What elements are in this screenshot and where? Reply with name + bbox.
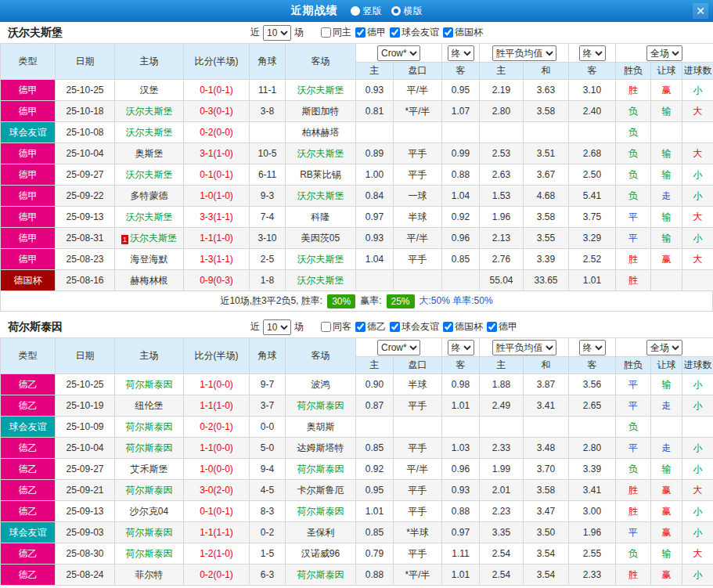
team-name-link[interactable]: 沃尔夫斯堡: [126, 106, 173, 117]
team-name-link[interactable]: 多特蒙德: [131, 190, 168, 201]
cell-ah: 0.84: [356, 186, 394, 207]
filter-checkbox[interactable]: 德国杯: [443, 26, 483, 39]
cell-ed: 3.70: [524, 459, 569, 480]
europe-avg-select[interactable]: 胜平负均值: [492, 340, 556, 355]
team-name-link[interactable]: 海登海默: [131, 254, 168, 265]
filter-checkbox-input[interactable]: [443, 27, 453, 38]
team-name-link[interactable]: 荷尔斯泰因: [126, 485, 173, 496]
cell-res: 负: [616, 417, 651, 438]
cell-aa: 1.03: [442, 438, 480, 459]
filter-checkbox[interactable]: 球会友谊: [390, 320, 439, 334]
filter-checkbox-input[interactable]: [487, 322, 497, 332]
team-name-link[interactable]: 沃尔夫斯堡: [297, 148, 344, 159]
asian-time-select[interactable]: 终: [448, 340, 474, 355]
team-name-link[interactable]: 沙尔克04: [130, 506, 168, 517]
competition-filters: 同客德乙球会友谊德国杯德甲: [321, 320, 521, 334]
team-name-link[interactable]: 沃尔夫斯堡: [126, 211, 173, 222]
cell-ed: 3.55: [524, 228, 569, 249]
cell-hres: 输: [651, 543, 682, 565]
team-name-link[interactable]: 科隆: [311, 211, 330, 222]
team-name-link[interactable]: 荷尔斯泰因: [297, 464, 344, 474]
team-name-link[interactable]: 沃尔夫斯堡: [297, 275, 344, 286]
team-name-link[interactable]: 奥斯堡: [135, 148, 164, 159]
team-name-link[interactable]: 波鸿: [311, 379, 330, 390]
cell-aa: 0.93: [442, 480, 480, 501]
cell-ed: 3.67: [524, 164, 569, 186]
cell-res: 负: [616, 543, 651, 565]
europe-avg-select[interactable]: 胜平负均值: [492, 45, 556, 61]
cell-goals: 小: [682, 186, 713, 207]
orientation-radio-vertical[interactable]: 竖版: [351, 5, 382, 18]
match-count-select[interactable]: 10: [263, 319, 291, 335]
team-name-link[interactable]: 荷尔斯泰因: [126, 527, 173, 538]
filter-checkbox[interactable]: 同客: [321, 320, 351, 334]
cell-handicap: 平手: [394, 501, 442, 522]
team-name-link[interactable]: 荷尔斯泰因: [126, 421, 173, 432]
team-name-link[interactable]: 荷尔斯泰因: [297, 400, 344, 411]
team-name-link[interactable]: 柏林赫塔: [302, 127, 340, 138]
team-name-link[interactable]: 艾禾斯堡: [131, 464, 168, 474]
scope-select[interactable]: 全场: [646, 45, 682, 61]
cell-handicap: [394, 122, 442, 143]
team-name-link[interactable]: 奥胡斯: [307, 421, 335, 432]
bookmaker-select[interactable]: Crow*: [377, 340, 420, 355]
team-name-link[interactable]: 达姆斯塔特: [297, 442, 344, 453]
filter-checkbox-input[interactable]: [321, 27, 331, 38]
team-name-link[interactable]: 圣保利: [307, 527, 335, 538]
filter-checkbox-input[interactable]: [443, 322, 453, 332]
team-name-link[interactable]: RB莱比锡: [300, 169, 341, 180]
cell-corner: 11-1: [250, 80, 286, 101]
europe-time-select[interactable]: 终: [579, 340, 606, 355]
team-name-link[interactable]: 斯图加特: [302, 106, 340, 117]
team-name-link[interactable]: 沃尔夫斯堡: [297, 85, 344, 96]
team-name-link[interactable]: 荷尔斯泰因: [297, 506, 344, 517]
cell-ed: 3.54: [524, 565, 569, 586]
filter-checkbox[interactable]: 同主: [321, 26, 351, 39]
team-name-link[interactable]: 荷尔斯泰因: [126, 442, 173, 453]
filter-checkbox-input[interactable]: [321, 322, 331, 332]
cell-corner: 2-5: [250, 249, 286, 270]
team-name-link[interactable]: 美因茨05: [301, 233, 340, 243]
bookmaker-select[interactable]: Crow*: [377, 45, 420, 61]
filter-checkbox[interactable]: 德国杯: [443, 320, 483, 334]
cell-aa: 0.98: [442, 374, 480, 395]
scope-select[interactable]: 全场: [646, 340, 682, 355]
europe-time-select[interactable]: 终: [579, 45, 606, 61]
cell-ah: 0.93: [356, 80, 394, 101]
filter-checkbox-input[interactable]: [355, 322, 366, 332]
team-name-link[interactable]: 赫梅林根: [131, 275, 168, 286]
cell-handicap: 平/半: [394, 80, 442, 101]
filter-checkbox[interactable]: 球会友谊: [390, 26, 439, 39]
team-name-link[interactable]: 沃尔夫斯堡: [126, 127, 173, 138]
filter-checkbox-input[interactable]: [390, 27, 400, 38]
cell-eh: 1.88: [480, 374, 524, 395]
match-count-select[interactable]: 10: [263, 25, 291, 41]
team-name-link[interactable]: 荷尔斯泰因: [297, 569, 344, 580]
cell-ea: 2.55: [569, 543, 616, 565]
team-name-link[interactable]: 沃尔夫斯堡: [130, 233, 177, 243]
filter-checkbox-input[interactable]: [355, 27, 366, 38]
team-name-link[interactable]: 荷尔斯泰因: [126, 379, 173, 390]
cell-res: 平: [616, 395, 651, 417]
asian-time-select[interactable]: 终: [448, 45, 474, 61]
filter-checkbox[interactable]: 德乙: [355, 320, 386, 334]
cell-hres: 赢: [651, 501, 682, 522]
filter-checkbox[interactable]: 德甲: [487, 320, 517, 334]
cell-res: 胜: [616, 80, 651, 101]
team-name-link[interactable]: 荷尔斯泰因: [126, 548, 173, 559]
team-name-link[interactable]: 沃尔夫斯堡: [126, 169, 173, 180]
team-name-link[interactable]: 卡尔斯鲁厄: [297, 485, 344, 496]
cell-aa: 0.96: [442, 228, 480, 249]
orientation-radio-horizontal[interactable]: 横版: [391, 5, 423, 18]
team-name-link[interactable]: 沃尔夫斯堡: [297, 190, 344, 201]
team-name-link[interactable]: 汉堡: [140, 85, 159, 96]
team-name-link[interactable]: 菲尔特: [135, 569, 164, 580]
team-name-link[interactable]: 汉诺威96: [301, 548, 340, 559]
filter-checkbox-input[interactable]: [390, 322, 400, 332]
cell-home: 荷尔斯泰因: [115, 522, 184, 543]
col-header-score: 比分(半场): [184, 338, 250, 374]
team-name-link[interactable]: 纽伦堡: [135, 400, 164, 411]
team-name-link[interactable]: 沃尔夫斯堡: [297, 254, 344, 265]
close-icon[interactable]: ✕: [693, 3, 708, 19]
filter-checkbox[interactable]: 德甲: [355, 26, 386, 39]
